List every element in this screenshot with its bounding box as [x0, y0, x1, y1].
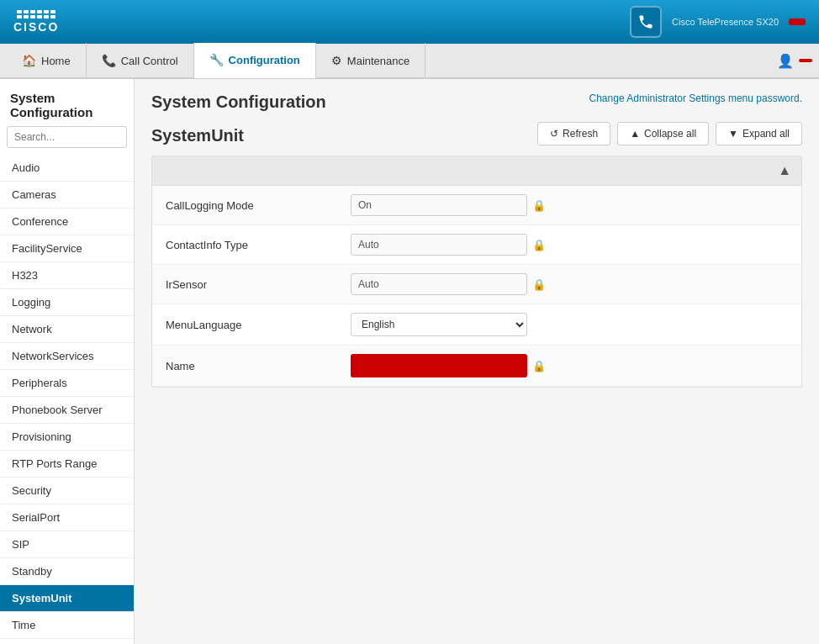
nav-user: 👤: [777, 53, 812, 69]
call-control-icon: 📞: [102, 54, 116, 67]
refresh-label: Refresh: [563, 128, 598, 140]
name-label: Name: [166, 360, 351, 372]
sidebar-item-provisioning[interactable]: Provisioning: [0, 424, 134, 451]
device-label: Cisco TelePresence SX20: [672, 17, 779, 27]
menulanguage-input-wrap: English Arabic Chinese French German Nor…: [351, 313, 788, 336]
main-container: System Configuration Audio Cameras Confe…: [0, 79, 819, 644]
tab-configuration-label: Configuration: [229, 54, 300, 66]
sidebar-item-conference[interactable]: Conference: [0, 209, 134, 235]
refresh-icon: ↺: [550, 128, 558, 140]
contactinfo-input[interactable]: [351, 234, 527, 256]
tab-maintenance-label: Maintenance: [347, 55, 410, 67]
sidebar-item-logging[interactable]: Logging: [0, 289, 134, 316]
refresh-button[interactable]: ↺ Refresh: [537, 122, 610, 145]
collapse-label: Collapse all: [644, 128, 696, 140]
menulanguage-select[interactable]: English Arabic Chinese French German Nor…: [351, 313, 527, 336]
header-right: Cisco TelePresence SX20: [630, 6, 806, 38]
user-icon: 👤: [777, 53, 794, 69]
config-row-name: Name 🔒: [152, 346, 801, 387]
maintenance-icon: ⚙: [331, 54, 342, 67]
nav-bar: 🏠 Home 📞 Call Control 🔧 Configuration ⚙ …: [0, 44, 819, 79]
cisco-dots: [17, 10, 55, 18]
panel-collapse-button[interactable]: ▲: [778, 163, 791, 178]
tab-home[interactable]: 🏠 Home: [7, 43, 87, 78]
collapse-all-button[interactable]: ▲ Collapse all: [617, 122, 709, 145]
calllogging-lock-icon: 🔒: [532, 199, 546, 212]
cisco-logo: CISCO: [13, 10, 59, 34]
sidebar-item-cameras[interactable]: Cameras: [0, 182, 134, 209]
name-input-wrap: 🔒: [351, 354, 788, 377]
calllogging-input[interactable]: [351, 194, 527, 216]
sidebar-item-time[interactable]: Time: [0, 612, 134, 639]
header-left: CISCO: [13, 10, 67, 34]
sidebar-item-standby[interactable]: Standby: [0, 558, 134, 585]
config-panel: ▲ CallLogging Mode 🔒 ContactInfo Type 🔒: [151, 156, 802, 388]
content-header: System Configuration Change Administrato…: [151, 92, 802, 112]
header: CISCO Cisco TelePresence SX20: [0, 0, 819, 44]
tab-call-control-label: Call Control: [121, 55, 178, 67]
irsensor-label: IrSensor: [166, 278, 351, 291]
expand-label: Expand all: [742, 128, 790, 140]
collapse-icon: ▲: [630, 128, 640, 140]
sidebar-item-facilityservice[interactable]: FacilityService: [0, 235, 134, 262]
home-icon: 🏠: [22, 54, 36, 67]
systemunit-title: SystemUnit: [151, 126, 244, 145]
search-input[interactable]: [7, 126, 127, 148]
sidebar-item-audio[interactable]: Audio: [0, 155, 134, 182]
sidebar-item-rtp[interactable]: RTP Ports Range: [0, 451, 134, 478]
contactinfo-input-wrap: 🔒: [351, 234, 788, 256]
tab-configuration[interactable]: 🔧 Configuration: [194, 43, 316, 78]
sidebar-item-network[interactable]: Network: [0, 316, 134, 343]
config-row-contactinfo: ContactInfo Type 🔒: [152, 225, 801, 265]
name-lock-icon: 🔒: [532, 360, 546, 372]
sidebar-item-peripherals[interactable]: Peripherals: [0, 370, 134, 397]
sidebar-item-serialport[interactable]: SerialPort: [0, 504, 134, 531]
nav-user-redacted: [799, 59, 812, 62]
tab-home-label: Home: [41, 55, 71, 67]
configuration-icon: 🔧: [209, 53, 224, 66]
contactinfo-lock-icon: 🔒: [532, 239, 546, 251]
irsensor-input[interactable]: [351, 273, 527, 295]
calllogging-label: CallLogging Mode: [166, 199, 351, 212]
tab-call-control[interactable]: 📞 Call Control: [87, 43, 194, 78]
phone-icon: [637, 13, 654, 30]
tab-maintenance[interactable]: ⚙ Maintenance: [316, 43, 425, 78]
config-row-menulanguage: MenuLanguage English Arabic Chinese Fren…: [152, 304, 801, 346]
irsensor-lock-icon: 🔒: [532, 278, 546, 291]
sidebar-item-networkservices[interactable]: NetworkServices: [0, 343, 134, 370]
user-name-redacted: [789, 18, 806, 25]
nav-tabs: 🏠 Home 📞 Call Control 🔧 Configuration ⚙ …: [7, 43, 425, 78]
sidebar-title: System Configuration: [0, 79, 134, 126]
content: System Configuration Change Administrato…: [135, 79, 819, 644]
device-info: Cisco TelePresence SX20: [672, 17, 779, 27]
calllogging-input-wrap: 🔒: [351, 194, 788, 216]
user-info: [789, 18, 806, 25]
sidebar-item-phonebook[interactable]: Phonebook Server: [0, 397, 134, 424]
cisco-wordmark: CISCO: [13, 20, 59, 34]
page-title: System Configuration: [151, 92, 326, 112]
sidebar-item-h323[interactable]: H323: [0, 262, 134, 289]
config-row-calllogging: CallLogging Mode 🔒: [152, 186, 801, 225]
expand-all-button[interactable]: ▼ Expand all: [716, 122, 802, 145]
admin-settings-link[interactable]: Change Administrator Settings menu passw…: [589, 92, 802, 104]
menulanguage-label: MenuLanguage: [166, 319, 351, 331]
config-row-irsensor: IrSensor 🔒: [152, 265, 801, 304]
name-redacted: [351, 354, 527, 377]
contactinfo-label: ContactInfo Type: [166, 239, 351, 251]
sidebar-item-sip[interactable]: SIP: [0, 531, 134, 558]
irsensor-input-wrap: 🔒: [351, 273, 788, 295]
sidebar-item-security[interactable]: Security: [0, 478, 134, 504]
phone-button[interactable]: [630, 6, 662, 38]
sidebar: System Configuration Audio Cameras Confe…: [0, 79, 135, 644]
expand-icon: ▼: [728, 128, 738, 140]
config-panel-header: ▲: [152, 156, 801, 186]
sidebar-item-systemunit[interactable]: SystemUnit: [0, 585, 134, 612]
sidebar-item-userinterface[interactable]: UserInterface: [0, 639, 134, 644]
action-bar: ↺ Refresh ▲ Collapse all ▼ Expand all: [537, 122, 802, 145]
